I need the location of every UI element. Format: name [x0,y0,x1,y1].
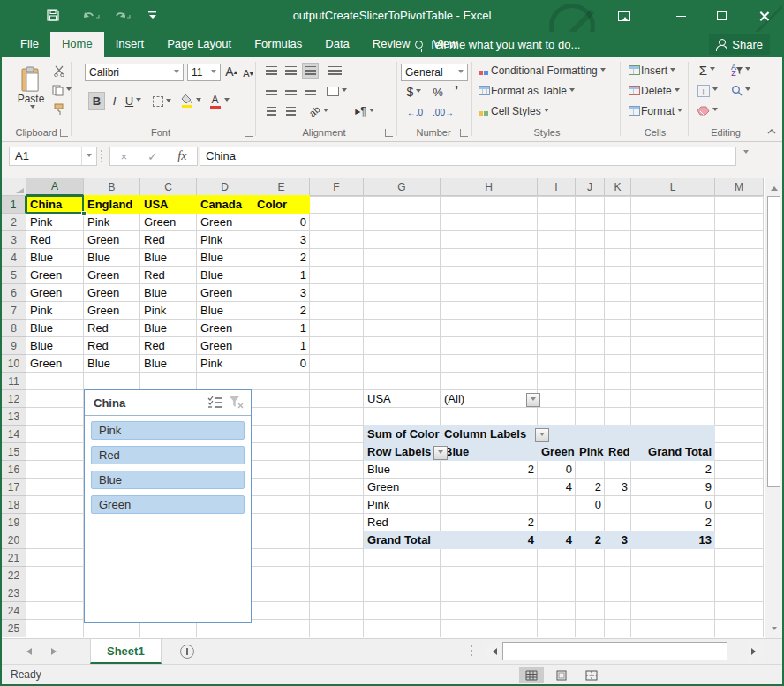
cut-button[interactable] [51,64,67,78]
cell-L17[interactable]: 9 [631,479,715,496]
cell-J20[interactable]: 2 [576,531,605,549]
cell-styles-button[interactable]: Cell Styles [479,103,549,119]
row-header-4[interactable]: 4 [2,249,26,267]
cell-D8[interactable]: Green [197,320,253,337]
tab-insert[interactable]: Insert [104,32,156,57]
row-header-22[interactable]: 22 [2,567,26,584]
prev-sheet-icon[interactable] [23,648,32,655]
tab-file[interactable]: File [9,32,50,57]
tell-me-box[interactable]: Tell me what you want to do... [415,32,580,57]
cell-E10[interactable]: 0 [253,355,310,373]
slicer-multiselect-icon[interactable] [207,396,222,409]
cell-C6[interactable]: Blue [140,284,197,302]
minimize-button[interactable] [666,0,696,32]
format-painter-button[interactable] [51,102,67,117]
cell-G18[interactable]: Pink [364,496,441,514]
cell-B2[interactable]: Pink [84,214,140,231]
tab-page-layout[interactable]: Page Layout [155,32,243,57]
scroll-right-icon[interactable] [748,643,763,660]
row-header-12[interactable]: 12 [2,390,26,408]
slicer-china[interactable]: China PinkRedBlueGreen [84,389,252,623]
cell-C1[interactable]: USA [140,196,197,214]
font-size-combo[interactable]: 11 [187,64,221,81]
borders-button[interactable] [150,94,173,109]
cell-L18[interactable]: 0 [631,496,715,514]
cell-H16[interactable]: 2 [441,461,538,479]
row-header-14[interactable]: 14 [2,426,26,443]
page-break-view-button[interactable] [579,667,604,683]
cell-G17[interactable]: Green [364,479,441,496]
increase-decimal-button[interactable]: ←.0 [403,104,427,120]
select-all-corner[interactable] [2,178,26,196]
row-header-2[interactable]: 2 [2,214,26,231]
formula-bar-splitter[interactable] [101,150,102,162]
font-name-combo[interactable]: Calibri [85,64,184,81]
cell-B10[interactable]: Blue [84,355,140,373]
cell-D6[interactable]: Green [197,284,253,302]
formula-input[interactable]: China [200,147,736,166]
cell-A7[interactable]: Pink [26,302,84,320]
cell-G12[interactable]: USA [364,390,441,408]
pivot-row-labels-dropdown[interactable] [433,446,448,460]
cell-A10[interactable]: Green [26,355,84,373]
cell-C4[interactable]: Blue [140,249,197,267]
close-button[interactable] [749,0,779,32]
cell-A4[interactable]: Blue [26,249,84,267]
collapse-ribbon-button[interactable] [765,125,779,138]
cell-I17[interactable]: 4 [538,479,576,496]
cell-E7[interactable]: 2 [253,302,310,320]
fill-color-button[interactable] [178,92,203,109]
number-format-combo[interactable]: General [401,64,468,81]
row-header-17[interactable]: 17 [2,479,26,496]
cell-D3[interactable]: Pink [197,231,253,249]
column-header-D[interactable]: D [197,178,253,196]
column-header-G[interactable]: G [364,178,441,196]
cell-H19[interactable]: 2 [441,514,538,531]
cell-B8[interactable]: Red [84,320,140,337]
cell-J17[interactable]: 2 [576,479,605,496]
cell-C5[interactable]: Red [140,267,197,284]
clipboard-dialog-launcher[interactable] [60,129,68,137]
cancel-entry-icon[interactable]: × [121,150,128,163]
cell-G20[interactable]: Grand Total [364,531,441,549]
cell-D2[interactable]: Green [197,214,253,231]
shrink-font-button[interactable]: A▾ [241,65,255,81]
cell-D10[interactable]: Pink [197,355,253,373]
italic-button[interactable]: I [108,92,121,110]
clear-button[interactable] [694,102,720,119]
name-box-dropdown-icon[interactable] [81,147,96,165]
cell-B7[interactable]: Green [84,302,140,320]
cell-J15[interactable]: Pink [576,443,605,461]
cell-E5[interactable]: 1 [253,267,310,284]
cell-A2[interactable]: Pink [26,214,84,231]
expand-formula-bar-icon[interactable] [743,154,749,170]
column-header-H[interactable]: H [441,178,538,196]
align-top-button[interactable] [263,63,280,79]
cell-C7[interactable]: Pink [140,302,197,320]
paste-button[interactable]: Paste [12,60,49,117]
cell-E3[interactable]: 3 [253,231,310,249]
row-header-18[interactable]: 18 [2,496,26,514]
cell-G19[interactable]: Red [364,514,441,531]
cell-D5[interactable]: Blue [197,267,253,284]
cell-K20[interactable]: 3 [605,531,631,549]
cell-E9[interactable]: 1 [253,337,310,355]
row-header-7[interactable]: 7 [2,302,26,320]
slicer-button-pink[interactable]: Pink [91,421,245,440]
cell-B5[interactable]: Green [84,267,140,284]
tab-data[interactable]: Data [313,32,360,57]
merge-center-button[interactable] [323,83,350,99]
column-header-L[interactable]: L [631,178,715,196]
slicer-clear-filter-icon[interactable] [229,396,244,409]
cell-L16[interactable]: 2 [631,461,715,479]
cell-B6[interactable]: Green [84,284,140,302]
cell-L20[interactable]: 13 [631,531,715,549]
cell-H15[interactable]: Blue [441,443,538,461]
underline-button[interactable]: U [123,92,144,110]
column-header-J[interactable]: J [576,178,605,196]
maximize-button[interactable] [706,0,736,32]
wrap-text-button[interactable] [325,63,344,79]
insert-cells-button[interactable]: Insert [629,63,675,79]
alignment-dialog-launcher[interactable] [385,129,393,137]
ribbon-display-options-button[interactable] [609,0,639,32]
